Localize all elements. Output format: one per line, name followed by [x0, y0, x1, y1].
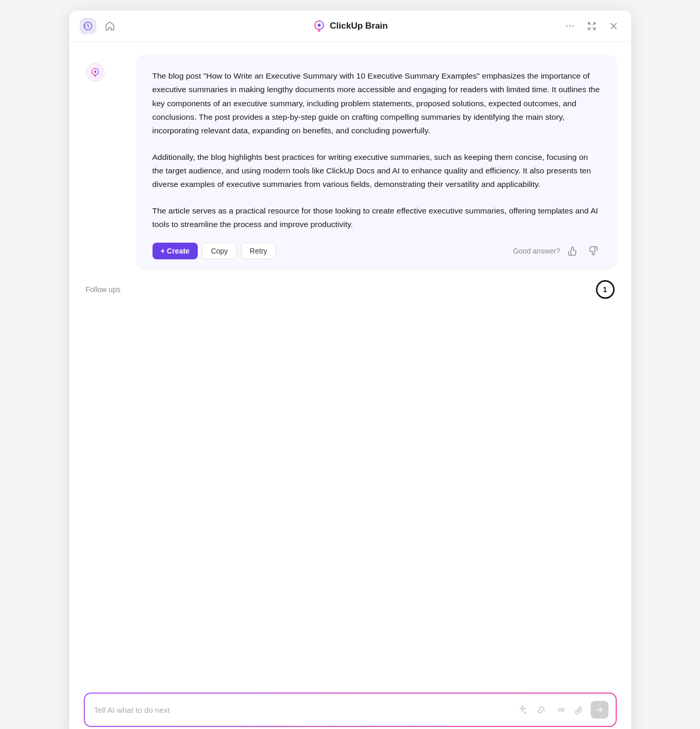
ai-avatar	[86, 63, 105, 82]
clickup-brain-logo	[312, 19, 326, 33]
svg-point-5	[572, 26, 574, 27]
app-header: ClickUp Brain	[69, 10, 631, 42]
collapse-icon	[587, 21, 597, 31]
input-area	[69, 686, 631, 729]
input-icon-group	[516, 701, 608, 719]
header-left-controls	[80, 18, 117, 34]
mention-icon-button[interactable]	[553, 703, 567, 717]
followups-label: Follow ups	[86, 285, 121, 294]
home-icon	[105, 21, 115, 31]
retry-button[interactable]: Retry	[241, 243, 276, 259]
action-right: Good answer?	[513, 244, 600, 258]
followups-section: Follow ups 1	[84, 280, 617, 299]
close-button[interactable]	[606, 19, 621, 33]
notification-badge[interactable]: 1	[596, 280, 615, 299]
response-wrapper: The blog post "How to Write an Executive…	[110, 55, 617, 270]
response-text-body: The blog post "How to Write an Executive…	[152, 69, 600, 231]
more-icon	[565, 21, 575, 31]
ai-avatar-logo	[90, 67, 100, 78]
main-content: The blog post "How to Write an Executive…	[69, 42, 631, 686]
thumbs-down-icon	[588, 246, 598, 256]
history-icon	[83, 21, 93, 31]
sparkle-icon	[518, 705, 527, 714]
svg-point-4	[569, 26, 570, 27]
thumbs-up-icon	[568, 246, 578, 256]
app-title: ClickUp Brain	[330, 21, 388, 31]
attach-icon-button[interactable]	[572, 703, 586, 717]
response-paragraph-3: The article serves as a practical resour…	[152, 204, 600, 232]
svg-point-2	[317, 24, 321, 27]
response-paragraph-1: The blog post "How to Write an Executive…	[152, 69, 600, 138]
attachment-icon	[574, 705, 583, 714]
close-icon	[608, 21, 619, 31]
copy-button[interactable]: Copy	[202, 243, 237, 259]
history-button[interactable]	[80, 18, 96, 34]
action-row: + Create Copy Retry Good answer?	[152, 243, 600, 259]
sparkle-icon-button[interactable]	[516, 703, 529, 717]
magic-wand-icon-button[interactable]	[534, 703, 548, 717]
svg-point-6	[94, 71, 96, 73]
action-left: + Create Copy Retry	[152, 243, 276, 259]
send-button[interactable]	[591, 701, 608, 719]
response-paragraph-2: Additionally, the blog highlights best p…	[152, 150, 600, 192]
header-title-area: ClickUp Brain	[312, 19, 388, 33]
collapse-button[interactable]	[584, 19, 599, 33]
magic-wand-icon	[537, 705, 546, 714]
svg-point-3	[566, 26, 567, 27]
create-button[interactable]: + Create	[152, 243, 198, 259]
svg-point-7	[558, 708, 562, 711]
thumbs-up-button[interactable]	[566, 244, 580, 258]
good-answer-label: Good answer?	[513, 247, 560, 255]
home-button[interactable]	[103, 19, 117, 33]
more-options-button[interactable]	[563, 19, 577, 33]
header-right-controls	[563, 19, 621, 33]
input-container	[84, 693, 617, 727]
at-icon	[555, 705, 565, 714]
send-icon	[595, 706, 604, 714]
thumbs-down-button[interactable]	[586, 244, 600, 258]
chat-input[interactable]	[94, 706, 511, 714]
response-card: The blog post "How to Write an Executive…	[136, 55, 617, 270]
